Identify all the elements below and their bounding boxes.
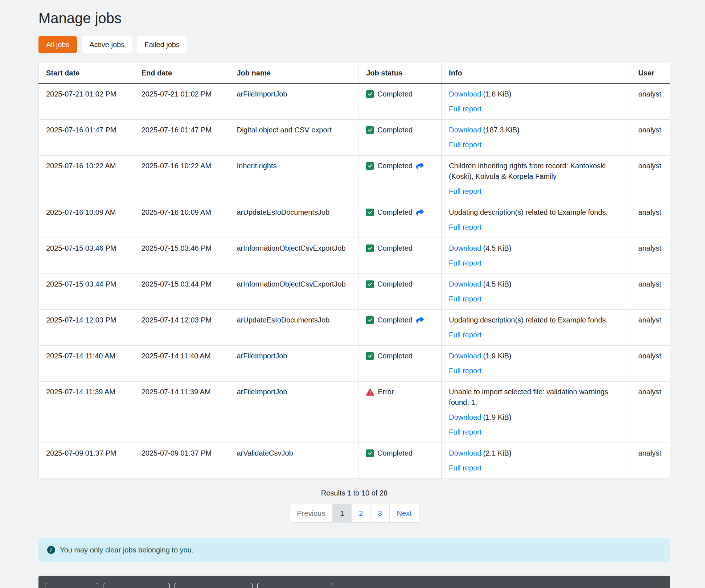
tab-failed-jobs[interactable]: Failed jobs [137, 36, 187, 53]
tab-all-jobs[interactable]: All jobs [38, 36, 77, 53]
jobs-table: Start date End date Job name Job status … [38, 63, 670, 479]
info-text: Updating description(s) related to Examp… [449, 315, 623, 325]
refresh-button[interactable]: Refresh [45, 583, 98, 588]
job-status-cell: Completed [359, 310, 442, 346]
completed-icon [366, 244, 374, 252]
download-link[interactable]: Download [449, 413, 481, 421]
info-text: Unable to import selected file: validati… [449, 387, 623, 408]
start-date: 2025-07-16 10:09 AM [46, 208, 116, 216]
job-status-cell: Error [359, 382, 442, 443]
start-date-cell: 2025-07-21 01:02 PM [39, 83, 134, 120]
full-report-link[interactable]: Full report [449, 141, 481, 149]
error-icon [366, 388, 374, 396]
col-job-status: Job status [359, 63, 442, 84]
job-name: arFileImportJob [237, 352, 287, 360]
start-date-cell: 2025-07-16 01:47 PM [39, 120, 134, 156]
status-label: Completed [377, 315, 413, 325]
completed-icon [366, 280, 374, 288]
info-cell: Download (187.3 KiB) Full report [442, 120, 631, 156]
info-download-line: Download (2.1 KiB) [449, 448, 623, 459]
start-date-cell: 2025-07-15 03:46 PM [39, 238, 134, 274]
download-size: (1.9 KiB) [483, 352, 512, 360]
info-report-line: Full report [449, 140, 623, 150]
download-link[interactable]: Download [449, 352, 481, 360]
full-report-link[interactable]: Full report [449, 295, 481, 303]
start-date-cell: 2025-07-15 03:44 PM [39, 274, 134, 310]
completed-icon [366, 316, 374, 324]
download-link[interactable]: Download [449, 449, 481, 457]
completed-icon [366, 126, 374, 134]
end-date: 2025-07-16 10:09 AM [142, 208, 211, 216]
download-link[interactable]: Download [449, 90, 481, 98]
info-report-line: Full report [449, 294, 623, 304]
full-report-link[interactable]: Full report [449, 223, 481, 231]
status-label: Completed [377, 351, 413, 361]
user: analyst [638, 162, 661, 170]
end-date-cell: 2025-07-16 10:09 AM [134, 202, 229, 238]
start-date-cell: 2025-07-14 11:40 AM [39, 346, 134, 382]
job-name-cell: arFileImportJob [229, 382, 359, 443]
download-size: (1.8 KiB) [483, 90, 512, 98]
start-date-cell: 2025-07-16 10:09 AM [39, 202, 134, 238]
download-link[interactable]: Download [449, 280, 481, 288]
page-title: Manage jobs [38, 10, 670, 26]
full-report-link[interactable]: Full report [449, 464, 481, 472]
job-name-cell: Inherit rights [229, 156, 359, 202]
pagination-page-3[interactable]: 3 [370, 504, 389, 523]
job-name-cell: arInformationObjectCsvExportJob [229, 274, 359, 310]
status-label: Error [378, 387, 394, 397]
user: analyst [638, 352, 661, 360]
job-name-cell: arUpdateEsIoDocumentsJob [229, 310, 359, 346]
status-label: Completed [377, 243, 413, 254]
end-date-cell: 2025-07-16 01:47 PM [134, 120, 229, 156]
info-cell: Download (1.9 KiB) Full report [442, 346, 631, 382]
end-date-cell: 2025-07-15 03:44 PM [134, 274, 229, 310]
job-name: arFileImportJob [237, 388, 287, 396]
user: analyst [638, 244, 661, 252]
table-row: 2025-07-14 11:39 AM 2025-07-14 11:39 AM … [39, 382, 670, 443]
download-size: (2.1 KiB) [483, 449, 512, 457]
full-report-link[interactable]: Full report [449, 428, 481, 436]
col-user: User [631, 63, 670, 84]
completed-icon [366, 352, 374, 360]
user: analyst [638, 126, 661, 134]
status-label: Completed [377, 448, 413, 459]
start-date: 2025-07-21 01:02 PM [46, 90, 116, 98]
info-download-line: Download (4.5 KiB) [449, 279, 623, 289]
download-link[interactable]: Download [449, 244, 481, 252]
info-report-line: Full report [449, 258, 623, 268]
table-row: 2025-07-16 10:22 AM 2025-07-16 10:22 AM … [39, 156, 670, 202]
clear-inactive-jobs-button[interactable]: Clear inactive jobs [257, 583, 333, 588]
pagination-next[interactable]: Next [389, 504, 419, 523]
info-report-line: Full report [449, 186, 623, 197]
user: analyst [638, 90, 661, 98]
user-cell: analyst [631, 274, 670, 310]
start-date: 2025-07-14 11:40 AM [46, 352, 115, 360]
status-label: Completed [377, 89, 413, 99]
pagination-previous[interactable]: Previous [289, 504, 333, 523]
pagination-page-1[interactable]: 1 [332, 504, 352, 523]
job-status-cell: Completed [359, 443, 442, 479]
full-report-link[interactable]: Full report [449, 367, 481, 375]
full-report-link[interactable]: Full report [449, 331, 481, 339]
pagination-page-2[interactable]: 2 [351, 504, 370, 523]
completed-icon [366, 449, 374, 457]
full-report-link[interactable]: Full report [449, 259, 481, 267]
full-report-link[interactable]: Full report [449, 105, 481, 113]
tab-active-jobs[interactable]: Active jobs [82, 36, 132, 53]
job-filter-tabs: All jobs Active jobs Failed jobs [38, 36, 670, 53]
info-download-line: Download (1.8 KiB) [449, 89, 623, 99]
job-status-cell: Completed [359, 156, 442, 202]
info-report-line: Full report [449, 366, 623, 376]
user-cell: analyst [631, 382, 670, 443]
end-date-cell: 2025-07-21 01:02 PM [134, 83, 229, 120]
status-label: Completed [377, 279, 413, 289]
info-cell: Download (1.8 KiB) Full report [442, 83, 631, 120]
export-history-csv-button[interactable]: Export history CSV [175, 583, 253, 588]
completed-icon [366, 90, 374, 98]
job-status-cell: Completed [359, 120, 442, 156]
full-report-link[interactable]: Full report [449, 187, 481, 195]
auto-refresh-button[interactable]: Auto refresh [103, 583, 170, 588]
job-name: arInformationObjectCsvExportJob [237, 244, 345, 252]
download-link[interactable]: Download [449, 126, 481, 134]
